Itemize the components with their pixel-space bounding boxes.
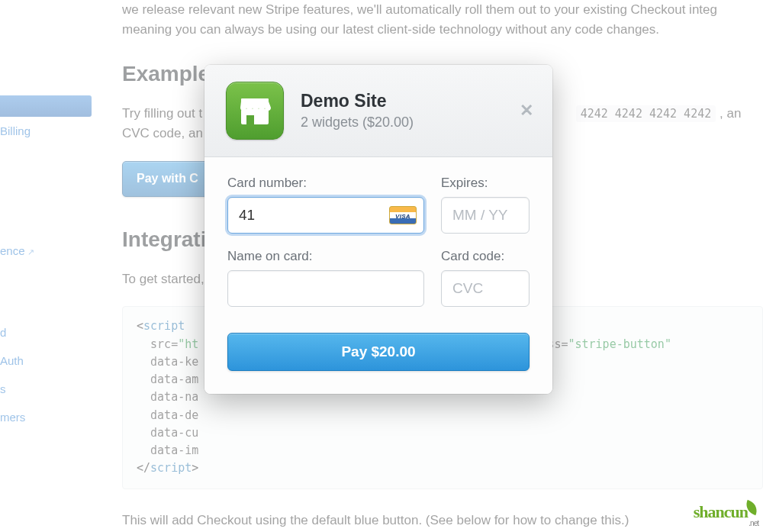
expires-input[interactable] [441, 197, 530, 234]
code-label: Card code: [441, 249, 530, 264]
pay-button[interactable]: Pay $20.00 [227, 333, 530, 371]
cvc-input[interactable] [441, 270, 530, 307]
svg-rect-1 [246, 115, 254, 124]
merchant-description: 2 widgets ($20.00) [301, 114, 414, 131]
expires-group: Expires: [441, 176, 530, 234]
svg-rect-0 [241, 109, 269, 124]
merchant-title: Demo Site [301, 91, 414, 111]
svg-rect-2 [241, 98, 269, 103]
modal-header: Demo Site 2 widgets ($20.00) ✕ [204, 65, 552, 157]
expires-label: Expires: [441, 176, 530, 191]
visa-card-icon: VISA [389, 206, 417, 224]
code-group: Card code: [441, 249, 530, 307]
close-icon: ✕ [520, 101, 533, 121]
merchant-info: Demo Site 2 widgets ($20.00) [301, 91, 414, 131]
modal-body: Card number: VISA Expires: Name on card:… [204, 157, 552, 394]
card-number-label: Card number: [227, 176, 424, 191]
close-button[interactable]: ✕ [517, 102, 536, 120]
checkout-modal: Demo Site 2 widgets ($20.00) ✕ Card numb… [204, 65, 552, 394]
name-label: Name on card: [227, 249, 424, 264]
merchant-store-icon [226, 82, 284, 140]
card-number-group: Card number: VISA [227, 176, 424, 234]
watermark: shancun .net [694, 502, 758, 527]
name-group: Name on card: [227, 249, 424, 307]
name-input[interactable] [227, 270, 424, 307]
